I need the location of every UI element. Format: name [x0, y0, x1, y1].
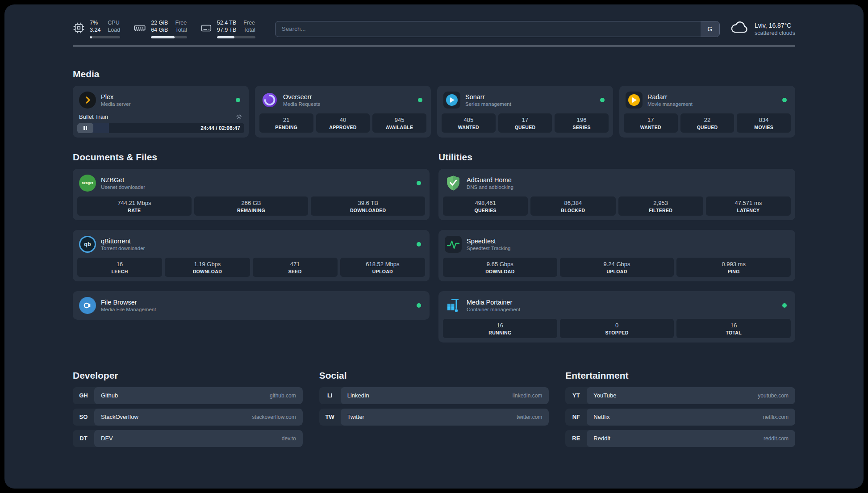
- bookmark-name: Twitter: [347, 414, 364, 420]
- status-dot: [782, 303, 787, 308]
- app-desc: DNS and adblocking: [467, 184, 513, 190]
- stat-wanted: 485WANTED: [442, 113, 496, 133]
- bookmark-abbr: DT: [73, 430, 94, 447]
- status-dot: [782, 98, 787, 102]
- app-desc: Media Requests: [283, 101, 320, 107]
- bookmark-name: Github: [101, 392, 118, 399]
- app-name: Radarr: [647, 93, 693, 100]
- stat-available: 945AVAILABLE: [372, 113, 426, 133]
- cpu-label: CPU: [108, 20, 120, 26]
- adguard-icon: [445, 175, 462, 192]
- search-provider-button[interactable]: G: [701, 21, 719, 37]
- service-link-filebrowser[interactable]: File Browser Media File Management: [77, 296, 425, 315]
- service-link-radarr[interactable]: Radarr Movie management: [624, 90, 791, 113]
- service-card-overseerr: Overseerr Media Requests 21PENDING 40APP…: [255, 86, 431, 138]
- sonarr-icon: [443, 92, 460, 109]
- stat-seed: 471SEED: [253, 258, 338, 277]
- stat-wanted: 17WANTED: [624, 113, 678, 133]
- bookmark-url: dev.to: [282, 435, 296, 442]
- bookmark-abbr: YT: [565, 387, 587, 404]
- stat-rate: 744.21 MbpsRATE: [77, 196, 192, 216]
- bookmark-name: YouTube: [593, 392, 616, 399]
- stat-queries: 498,461QUERIES: [443, 196, 528, 216]
- weather-location: Lviv, 16.87°C: [755, 22, 795, 29]
- bookmark-dev[interactable]: DT DEVdev.to: [73, 430, 303, 447]
- bookmark-url: stackoverflow.com: [252, 414, 296, 420]
- documents-section: Documents & Files nzbget NZBGet Usenet d…: [73, 152, 430, 343]
- disk-widget: 52.4 TB 97.9 TB Free Total: [200, 20, 255, 38]
- section-title-media: Media: [73, 69, 795, 79]
- stat-remaining: 266 GBREMAINING: [194, 196, 309, 216]
- service-link-portainer[interactable]: Media Portainer Container management: [443, 296, 791, 319]
- now-playing-title: Bullet Train: [79, 113, 108, 120]
- app-name: qBittorrent: [101, 238, 145, 245]
- memory-free-label: Free: [175, 20, 187, 26]
- playback-progress-bar[interactable]: 24:44 / 02:06:47: [77, 123, 244, 133]
- bookmark-abbr: GH: [73, 387, 94, 404]
- bookmark-reddit[interactable]: RE Redditreddit.com: [565, 430, 795, 447]
- cloud-icon: [730, 21, 749, 37]
- service-link-sonarr[interactable]: Sonarr Series management: [442, 90, 609, 113]
- service-link-plex[interactable]: Plex Media server: [77, 90, 244, 113]
- filebrowser-icon: [79, 297, 96, 314]
- search-input[interactable]: [275, 21, 720, 37]
- section-title-social: Social: [319, 370, 549, 381]
- bookmark-github[interactable]: GH Githubgithub.com: [73, 387, 303, 404]
- stat-download: 1.19 GbpsDOWNLOAD: [165, 258, 250, 277]
- disk-total-label: Total: [243, 27, 255, 33]
- stat-pending: 21PENDING: [259, 113, 313, 133]
- app-name: Plex: [101, 93, 130, 100]
- service-link-qbittorrent[interactable]: qb qBittorrent Torrent downloader: [77, 234, 425, 258]
- service-card-nzbget: nzbget NZBGet Usenet downloader 744.21 M…: [73, 169, 430, 220]
- service-link-nzbget[interactable]: nzbget NZBGet Usenet downloader: [77, 173, 425, 196]
- stat-total: 16TOTAL: [676, 319, 791, 338]
- memory-total-label: Total: [175, 27, 187, 33]
- bookmark-abbr: RE: [565, 430, 587, 447]
- service-link-adguard[interactable]: AdGuard Home DNS and adblocking: [443, 173, 791, 196]
- cpu-icon: [73, 22, 85, 36]
- cpu-load-label: Load: [108, 27, 120, 33]
- search-bar: G: [275, 21, 720, 37]
- disk-usage-bar: [217, 36, 255, 38]
- stat-stopped: 0STOPPED: [560, 319, 674, 338]
- bookmark-name: Reddit: [593, 435, 610, 442]
- stat-upload: 618.52 MbpsUPLOAD: [340, 258, 425, 277]
- bookmark-group-social: Social LI LinkedInlinkedin.com TW Twitte…: [319, 370, 549, 447]
- bookmark-url: reddit.com: [764, 435, 789, 442]
- service-link-speedtest[interactable]: Speedtest Speedtest Tracking: [443, 234, 791, 258]
- gear-icon[interactable]: [236, 113, 242, 120]
- stat-downloaded: 39.6 TBDOWNLOADED: [311, 196, 425, 216]
- service-card-qbittorrent: qb qBittorrent Torrent downloader 16LEEC…: [73, 230, 430, 281]
- pause-button[interactable]: [77, 123, 93, 133]
- bookmark-url: twitter.com: [517, 414, 542, 420]
- bookmark-group-developer: Developer GH Githubgithub.com SO StackOv…: [73, 370, 303, 447]
- bookmark-youtube[interactable]: YT YouTubeyoutube.com: [565, 387, 795, 404]
- bookmark-group-entertainment: Entertainment YT YouTubeyoutube.com NF N…: [565, 370, 795, 447]
- bookmark-linkedin[interactable]: LI LinkedInlinkedin.com: [319, 387, 549, 404]
- plex-icon: [79, 92, 96, 109]
- weather-condition: scattered clouds: [755, 30, 795, 36]
- app-name: AdGuard Home: [467, 176, 513, 184]
- app-desc: Container management: [467, 307, 520, 312]
- status-dot: [418, 98, 422, 102]
- utilities-section: Utilities AdGuard Home: [438, 152, 795, 343]
- stat-latency: 47.571 msLATENCY: [706, 196, 791, 216]
- radarr-icon: [626, 92, 643, 109]
- bookmark-netflix[interactable]: NF Netflixnetflix.com: [565, 409, 795, 426]
- cpu-percent: 7%: [90, 20, 100, 26]
- speedtest-icon: [445, 236, 462, 253]
- topbar-divider: [73, 46, 795, 46]
- portainer-icon: [445, 297, 462, 314]
- stat-ping: 0.993 msPING: [676, 258, 791, 277]
- bookmark-url: github.com: [270, 393, 296, 399]
- service-card-portainer: Media Portainer Container management 16R…: [438, 291, 795, 343]
- memory-total: 64 GiB: [151, 27, 168, 33]
- service-card-speedtest: Speedtest Speedtest Tracking 9.65 GbpsDO…: [438, 230, 795, 281]
- bookmark-stackoverflow[interactable]: SO StackOverflowstackoverflow.com: [73, 409, 303, 426]
- bookmark-abbr: NF: [565, 409, 587, 426]
- stat-filtered: 2,953FILTERED: [618, 196, 703, 216]
- service-link-overseerr[interactable]: Overseerr Media Requests: [259, 90, 426, 113]
- bookmark-twitter[interactable]: TW Twittertwitter.com: [319, 409, 549, 426]
- cpu-load: 3.24: [90, 27, 100, 33]
- memory-icon: [134, 22, 146, 36]
